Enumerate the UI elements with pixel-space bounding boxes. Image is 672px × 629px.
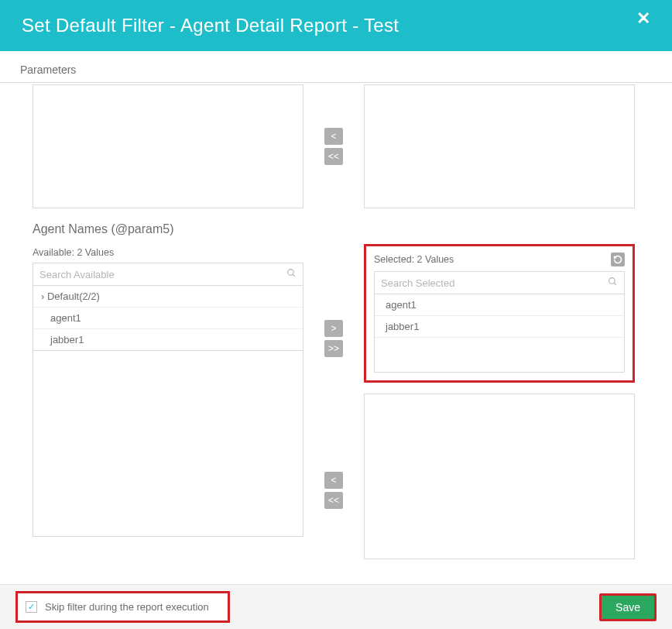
skip-filter-container: ✓ Skip filter during the report executio…: [15, 591, 230, 623]
modal-header: Set Default Filter - Agent Detail Report…: [0, 0, 672, 51]
available-item-agent1[interactable]: agent1: [33, 308, 303, 329]
param5-transfer-row: Available: 2 Values › Default(2/2) agent…: [33, 247, 653, 559]
upper-available-list[interactable]: [33, 84, 303, 208]
skip-filter-label: Skip filter during the report execution: [45, 601, 209, 613]
svg-line-3: [614, 283, 616, 285]
move-all-right-button[interactable]: >>: [324, 340, 343, 357]
available-search[interactable]: [33, 263, 303, 286]
save-button[interactable]: Save: [599, 593, 657, 621]
available-group-default[interactable]: › Default(2/2): [33, 286, 303, 308]
svg-point-0: [288, 270, 294, 276]
parameters-panel[interactable]: < << Agent Names (@param5) Available: 2 …: [0, 80, 672, 584]
modal-title: Set Default Filter - Agent Detail Report…: [22, 15, 399, 36]
selected-list-fill: [375, 338, 624, 372]
transfer-buttons: > >> < <<: [303, 247, 364, 509]
skip-filter-checkbox[interactable]: ✓: [26, 601, 37, 613]
available-group-label: Default(2/2): [47, 290, 100, 302]
search-icon: [608, 277, 618, 289]
tab-parameters[interactable]: Parameters: [15, 57, 81, 82]
chevron-right-icon: ›: [41, 290, 44, 302]
selected-highlight-box: Selected: 2 Values agent1 jabber1: [364, 244, 635, 383]
move-all-left-button-2[interactable]: <<: [324, 492, 343, 509]
available-search-input[interactable]: [39, 269, 286, 280]
selected-column: Selected: 2 Values agent1 jabber1: [364, 247, 635, 559]
close-icon[interactable]: ✕: [636, 9, 650, 29]
search-icon: [286, 268, 297, 280]
svg-point-2: [609, 278, 615, 284]
upper-transfer-row: < <<: [33, 84, 653, 208]
selected-search-input[interactable]: [381, 277, 608, 289]
move-right-button[interactable]: >: [324, 320, 343, 337]
reset-selected-button[interactable]: [611, 253, 625, 266]
param5-label: Agent Names (@param5): [33, 222, 653, 236]
move-left-button-2[interactable]: <: [324, 472, 343, 489]
available-item-jabber1[interactable]: jabber1: [33, 329, 303, 350]
available-list-fill[interactable]: [33, 351, 303, 537]
footer-bar: ✓ Skip filter during the report executio…: [0, 584, 672, 629]
selected-item-jabber1[interactable]: jabber1: [375, 316, 624, 338]
upper-selected-list[interactable]: [364, 84, 635, 208]
selected-overflow-box[interactable]: [364, 394, 635, 559]
available-tree[interactable]: › Default(2/2) agent1 jabber1: [33, 286, 303, 351]
available-count-label: Available: 2 Values: [33, 247, 114, 258]
selected-item-agent1[interactable]: agent1: [375, 294, 624, 316]
selected-search[interactable]: [374, 271, 625, 294]
selected-count-label: Selected: 2 Values: [374, 254, 454, 265]
move-left-button[interactable]: <: [324, 128, 343, 145]
move-all-left-button[interactable]: <<: [324, 148, 343, 165]
svg-line-1: [293, 274, 295, 277]
available-column: Available: 2 Values › Default(2/2) agent…: [33, 247, 303, 537]
selected-list[interactable]: agent1 jabber1: [374, 294, 625, 373]
